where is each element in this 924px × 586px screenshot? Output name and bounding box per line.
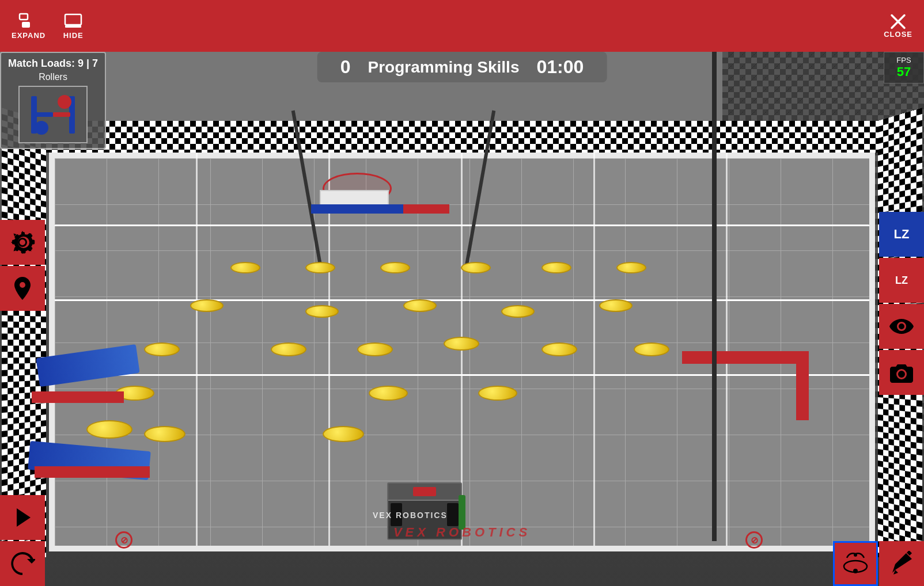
svg-rect-11 — [53, 112, 70, 117]
bottom-right-buttons — [833, 541, 924, 586]
field-line-v — [593, 153, 595, 546]
right-buttons: LZ LZ — [879, 212, 924, 395]
play-button[interactable] — [0, 495, 45, 540]
disc — [599, 299, 633, 312]
rollers-diagram — [18, 86, 88, 143]
center-hud: 0 Programming Skills 01:00 — [317, 52, 607, 82]
top-bar: EXPAND HIDE CLOSE — [0, 0, 924, 52]
disc — [501, 305, 535, 318]
hide-button[interactable]: HIDE — [63, 13, 84, 40]
arm-piece-red — [32, 391, 124, 403]
svg-point-8 — [58, 95, 71, 109]
svg-point-17 — [854, 553, 857, 557]
disc — [541, 343, 577, 356]
fps-label: FPS — [891, 56, 917, 64]
field-scene: VEX ROBOTICS VEX ROBOTICS ⊘ ⊘ — [0, 52, 924, 586]
location-button[interactable] — [0, 266, 45, 311]
fps-value: 57 — [891, 64, 917, 79]
reset-button[interactable] — [0, 541, 45, 586]
main-area: VEX ROBOTICS VEX ROBOTICS ⊘ ⊘ Match Load… — [0, 52, 924, 586]
disc — [271, 343, 306, 356]
fps-counter: FPS 57 — [884, 52, 924, 83]
hud-time: 01:00 — [536, 56, 584, 78]
red-element — [682, 351, 809, 364]
svg-rect-10 — [36, 112, 53, 117]
disc — [444, 337, 479, 351]
wall-checker-top — [35, 121, 889, 153]
disc — [369, 386, 408, 401]
lz-blue-button[interactable]: LZ — [879, 212, 924, 257]
rollers-label: Rollers — [8, 72, 98, 82]
disc — [144, 426, 185, 442]
field-line-v — [196, 153, 198, 546]
field-line-v — [726, 153, 728, 546]
disc — [541, 262, 571, 273]
left-buttons — [0, 220, 45, 311]
svg-rect-2 — [65, 14, 81, 25]
svg-point-9 — [35, 121, 48, 135]
disc — [357, 343, 393, 356]
disc — [478, 386, 517, 401]
disc — [190, 299, 224, 312]
hud-title: Programming Skills — [368, 58, 519, 77]
warning-sign-2: ⊘ — [745, 531, 763, 549]
svg-rect-1 — [22, 22, 30, 28]
camera-button[interactable] — [879, 350, 924, 395]
view-button[interactable] — [879, 304, 924, 349]
disc — [305, 262, 335, 273]
warning-sign-1: ⊘ — [115, 531, 132, 549]
settings-button[interactable] — [0, 220, 45, 265]
draw-button[interactable] — [879, 541, 924, 586]
vex-logo: VEX ROBOTICS — [393, 525, 531, 540]
lz-red-button[interactable]: LZ — [879, 258, 924, 303]
arm-piece-red2 — [35, 466, 150, 478]
match-loads-text: Match Loads: 9 | 7 — [8, 58, 98, 70]
disc — [230, 262, 260, 273]
svg-marker-13 — [17, 508, 31, 527]
disc — [634, 343, 669, 356]
lz-blue-label: LZ — [894, 227, 910, 242]
svg-point-16 — [853, 569, 858, 573]
disc — [323, 426, 364, 442]
target-button[interactable] — [833, 541, 878, 586]
svg-rect-0 — [20, 14, 28, 20]
disc — [86, 420, 132, 439]
svg-rect-3 — [65, 25, 81, 28]
field-bar-blue — [311, 204, 403, 214]
svg-rect-14 — [906, 368, 910, 371]
match-info-panel: Match Loads: 9 | 7 Rollers — [0, 52, 106, 149]
disc — [461, 262, 491, 273]
expand-button[interactable]: EXPAND — [12, 13, 46, 40]
disc — [305, 305, 339, 318]
disc — [616, 262, 646, 273]
lz-red-label: LZ — [895, 275, 908, 287]
red-element-v — [796, 351, 809, 420]
disc — [380, 262, 410, 273]
bottom-left-buttons — [0, 495, 45, 586]
field-bar-red — [403, 204, 449, 214]
robot-label: VEX ROBOTICS — [373, 511, 448, 520]
support-pole — [712, 52, 717, 541]
disc — [403, 299, 437, 312]
disc — [144, 343, 180, 356]
hud-score: 0 — [340, 56, 351, 78]
close-button[interactable]: CLOSE — [884, 14, 912, 39]
